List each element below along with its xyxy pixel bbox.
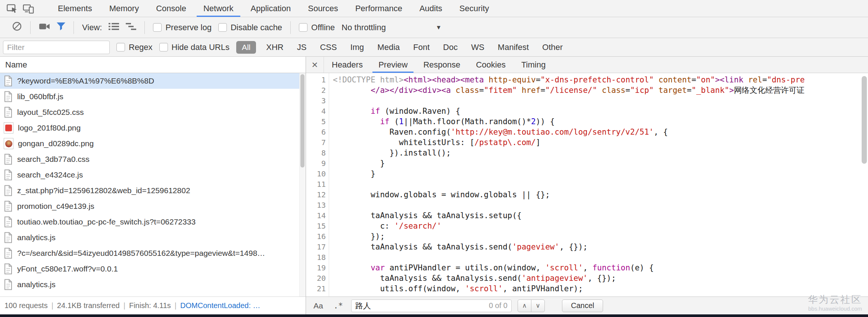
- request-row[interactable]: ?keyword=%E8%A1%97%E6%8B%8D: [0, 73, 306, 89]
- request-list-scrollbar[interactable]: [299, 73, 306, 296]
- throttling-select[interactable]: No throttling ▼: [341, 23, 441, 32]
- search-input[interactable]: 路人 0 of 0: [351, 299, 512, 312]
- preview-scrollbar[interactable]: [862, 75, 867, 295]
- request-row[interactable]: yFont_c580e17.woff?v=0.0.1: [0, 261, 306, 277]
- request-row[interactable]: lib_060bfbf.js: [0, 89, 306, 104]
- funnel-icon: [57, 22, 65, 31]
- filter-type-manifest[interactable]: Manifest: [494, 43, 532, 52]
- toolbar-divider: [144, 21, 145, 34]
- tab-response[interactable]: Response: [415, 57, 468, 73]
- hide-data-urls-checkbox[interactable]: Hide data URLs: [159, 43, 230, 52]
- overview-view-button[interactable]: [126, 22, 136, 33]
- filter-type-css[interactable]: CSS: [316, 43, 340, 52]
- line-number: 7: [306, 137, 326, 148]
- code-content: <!DOCTYPE html><html><head><meta http-eq…: [329, 73, 868, 296]
- file-icon: [4, 248, 13, 259]
- request-name: lib_060bfbf.js: [17, 92, 63, 101]
- transferred-size: 24.1KB transferred: [57, 301, 120, 310]
- close-detail-button[interactable]: ×: [306, 57, 324, 73]
- tab-timing[interactable]: Timing: [513, 57, 553, 73]
- code-line: <!DOCTYPE html><html><head><meta http-eq…: [333, 75, 868, 85]
- code-line: });: [333, 231, 868, 242]
- filter-input[interactable]: [3, 41, 110, 54]
- line-number: 19: [306, 263, 326, 273]
- checkbox-icon: [116, 43, 125, 51]
- line-number: 16: [306, 231, 326, 242]
- file-icon: [4, 216, 13, 227]
- tab-elements[interactable]: Elements: [49, 0, 101, 17]
- request-row[interactable]: gongan_d0289dc.png: [0, 136, 306, 151]
- request-row[interactable]: promotion_c49e139.js: [0, 198, 306, 214]
- offline-checkbox[interactable]: Offline: [299, 23, 335, 32]
- inspect-element-button[interactable]: [4, 0, 20, 17]
- filter-type-all[interactable]: All: [236, 41, 256, 54]
- request-row[interactable]: analytics.js: [0, 277, 306, 292]
- line-number: 14: [306, 210, 326, 221]
- tab-network[interactable]: Network: [195, 0, 242, 17]
- device-toolbar-icon: [23, 3, 34, 14]
- filter-type-ws[interactable]: WS: [468, 43, 487, 52]
- capture-screenshots-button[interactable]: [39, 22, 50, 33]
- tab-headers[interactable]: Headers: [324, 57, 371, 73]
- file-icon: [4, 75, 13, 87]
- clear-button[interactable]: [12, 21, 22, 34]
- device-toolbar-button[interactable]: [20, 0, 37, 17]
- tab-sources[interactable]: Sources: [299, 0, 347, 17]
- main-tabbar: Elements Memory Console Network Applicat…: [0, 0, 868, 17]
- code-line: c: '/search/': [333, 221, 868, 231]
- filter-toggle-button[interactable]: [57, 22, 65, 33]
- disable-cache-checkbox[interactable]: Disable cache: [218, 23, 282, 32]
- filter-type-doc[interactable]: Doc: [440, 43, 461, 52]
- small-rows-view-button[interactable]: [109, 22, 119, 33]
- request-name: search_3db77a0.css: [17, 155, 90, 164]
- request-row[interactable]: ?c=/search/&sid=54izyeud01498576055162&t…: [0, 245, 306, 261]
- regex-checkbox[interactable]: Regex: [116, 43, 153, 52]
- scrollbar-thumb[interactable]: [300, 74, 305, 167]
- file-icon: [4, 232, 13, 243]
- tab-security[interactable]: Security: [451, 0, 497, 17]
- request-row[interactable]: z_stat.php?id=1259612802&web_id=12596128…: [0, 183, 306, 198]
- previous-match-button[interactable]: ∧: [518, 299, 531, 312]
- scrollbar-thumb[interactable]: [862, 76, 867, 164]
- file-icon: [4, 185, 13, 196]
- request-list-panel: Name ?keyword=%E8%A1%97%E6%8B%8Dlib_060b…: [0, 57, 306, 314]
- name-column-header[interactable]: Name: [0, 57, 306, 73]
- tab-preview[interactable]: Preview: [371, 57, 415, 73]
- devtools-window: Elements Memory Console Network Applicat…: [0, 0, 868, 317]
- match-case-toggle[interactable]: Aa: [311, 301, 325, 311]
- next-match-button[interactable]: ∨: [531, 299, 545, 312]
- tab-audits[interactable]: Audits: [411, 0, 451, 17]
- request-row[interactable]: logo_201f80d.png: [0, 120, 306, 136]
- filter-type-xhr[interactable]: XHR: [263, 43, 287, 52]
- cancel-button[interactable]: Cancel: [562, 299, 603, 312]
- tab-memory[interactable]: Memory: [101, 0, 147, 17]
- line-number: 17: [306, 242, 326, 252]
- image-thumbnail-icon: [4, 122, 13, 134]
- regex-toggle[interactable]: .*: [331, 301, 345, 311]
- file-icon: [4, 154, 13, 165]
- tab-application[interactable]: Application: [242, 0, 300, 17]
- request-row[interactable]: search_3db77a0.css: [0, 151, 306, 167]
- request-row[interactable]: layout_5fcc025.css: [0, 104, 306, 120]
- file-icon: [4, 169, 13, 181]
- filter-type-media[interactable]: Media: [374, 43, 403, 52]
- line-number: 6: [306, 127, 326, 137]
- request-row[interactable]: toutiao.web.toutiao_pc-pc-fe_switch.js?t…: [0, 214, 306, 230]
- waterfall-view-icon: [126, 22, 136, 31]
- request-row[interactable]: analytics.js: [0, 230, 306, 245]
- tab-cookies[interactable]: Cookies: [468, 57, 513, 73]
- request-row[interactable]: search_e4324ce.js: [0, 167, 306, 183]
- line-number: 10: [306, 169, 326, 179]
- filter-type-js[interactable]: JS: [294, 43, 310, 52]
- preserve-log-checkbox[interactable]: Preserve log: [153, 23, 212, 32]
- filter-type-font[interactable]: Font: [410, 43, 433, 52]
- filter-type-other[interactable]: Other: [539, 43, 566, 52]
- filter-type-img[interactable]: Img: [347, 43, 368, 52]
- code-line: [333, 95, 868, 106]
- code-line: [333, 252, 868, 263]
- summary-separator: |: [175, 301, 177, 310]
- request-name: z_stat.php?id=1259612802&web_id=12596128…: [17, 186, 190, 195]
- tab-console[interactable]: Console: [147, 0, 195, 17]
- toolbar-divider: [74, 21, 74, 34]
- tab-performance[interactable]: Performance: [347, 0, 411, 17]
